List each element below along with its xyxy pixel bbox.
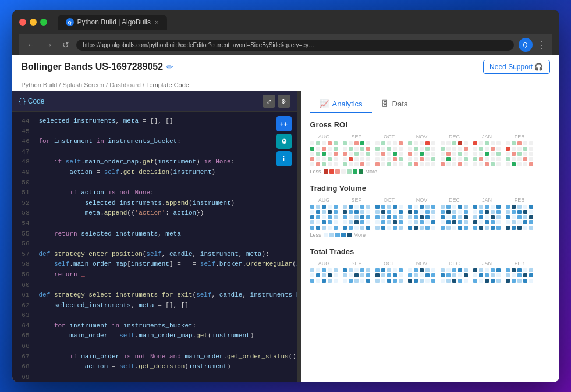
breadcrumb-python-build[interactable]: Python Build <box>22 81 58 88</box>
total-trades-heatmap: AUG SEP <box>310 261 550 283</box>
header-left: Bollinger Bands US-1697289052 ✏ <box>22 62 174 72</box>
month-oct-vol: OCT <box>375 197 403 230</box>
analytics-content[interactable]: Gross ROI AUG <box>301 113 559 382</box>
roi-legend-cells <box>324 169 363 174</box>
gross-roi-title: Gross ROI <box>310 120 550 129</box>
vol-legend-cells <box>324 233 352 237</box>
forward-button[interactable]: → <box>42 39 55 51</box>
month-feb-vol: FEB <box>506 197 534 230</box>
tab-analytics[interactable]: 📈 Analytics <box>310 96 372 113</box>
code-panel: { } Code ⤢ ⚙ 4445464748 4950515253 54555… <box>12 91 297 382</box>
breadcrumb-dashboard[interactable]: Dashboard <box>109 81 141 88</box>
code-tab-label: Code <box>28 97 45 105</box>
tab-data[interactable]: 🗄 Data <box>372 96 417 113</box>
vol-legend-less: Less <box>310 232 321 238</box>
code-tab[interactable]: { } Code <box>19 97 45 105</box>
maximize-button[interactable] <box>40 19 47 26</box>
gross-roi-heatmap: AUG SEP <box>310 134 550 166</box>
traffic-lights <box>19 19 47 26</box>
page-title: Bollinger Bands US-1697289052 <box>22 62 164 72</box>
code-actions: ⤢ ⚙ <box>263 95 290 108</box>
app-container: Bollinger Bands US-1697289052 ✏ Need Sup… <box>12 55 559 382</box>
edit-icon[interactable]: ✏ <box>166 62 173 72</box>
app-header: Bollinger Bands US-1697289052 ✏ Need Sup… <box>12 55 559 79</box>
total-trades-section: Total Trades AUG <box>310 247 550 283</box>
add-code-button[interactable]: ++ <box>276 116 292 131</box>
url-text: https://app.algobulls.com/pythonbuild/co… <box>83 42 316 48</box>
analytics-tabs: 📈 Analytics 🗄 Data <box>301 91 559 113</box>
trading-volume-section: Trading Volume AUG <box>310 184 550 238</box>
need-support-button[interactable]: Need Support 🎧 <box>483 60 549 74</box>
url-bar[interactable]: https://app.algobulls.com/pythonbuild/co… <box>76 40 514 51</box>
breadcrumb-current: Template Code <box>146 81 189 88</box>
legend-less-label: Less <box>310 169 321 174</box>
month-nov-roi: NOV <box>408 134 436 166</box>
code-content[interactable]: selected_instruments, meta = [], [] for … <box>33 112 297 382</box>
info-code-button[interactable]: i <box>276 151 292 166</box>
breadcrumb-splash-screen[interactable]: Splash Screen <box>62 81 104 88</box>
expand-button[interactable]: ⤢ <box>263 95 275 108</box>
browser-titlebar: Q Python Build | AlgoBulls ✕ <box>19 15 552 30</box>
close-button[interactable] <box>19 19 26 26</box>
month-aug-roi: AUG <box>310 134 338 166</box>
gross-roi-section: Gross ROI AUG <box>310 120 550 174</box>
tab-title: Python Build | AlgoBulls <box>77 18 151 26</box>
month-nov-trades: NOV <box>408 261 436 283</box>
settings-code-button[interactable]: ⚙ <box>276 134 292 149</box>
browser-toolbar: ← → ↺ https://app.algobulls.com/pythonbu… <box>19 34 552 55</box>
month-jan-trades: JAN <box>473 261 501 283</box>
month-sep-trades: SEP <box>343 261 371 283</box>
trading-volume-legend: Less More <box>310 232 550 238</box>
reload-button[interactable]: ↺ <box>60 39 72 51</box>
month-dec-trades: DEC <box>441 261 469 283</box>
code-panel-header: { } Code ⤢ ⚙ <box>12 91 297 112</box>
data-tab-icon: 🗄 <box>381 99 389 108</box>
analytics-tab-icon: 📈 <box>320 99 329 108</box>
month-nov-vol: NOV <box>408 197 436 230</box>
main-layout: { } Code ⤢ ⚙ 4445464748 4950515253 54555… <box>12 91 559 382</box>
legend-more-label: More <box>366 169 378 174</box>
vol-legend-more: More <box>354 232 366 238</box>
month-feb-trades: FEB <box>506 261 534 283</box>
minimize-button[interactable] <box>30 19 37 26</box>
analytics-panel: 📈 Analytics 🗄 Data Gross ROI <box>301 91 559 382</box>
month-jan-roi: JAN <box>473 134 501 166</box>
month-jan-vol: JAN <box>473 197 501 230</box>
code-tab-icon: { } <box>19 97 26 105</box>
tab-close-icon[interactable]: ✕ <box>154 19 159 26</box>
month-feb-roi: FEB <box>506 134 534 166</box>
back-button[interactable]: ← <box>25 39 38 51</box>
month-sep-vol: SEP <box>343 197 371 230</box>
total-trades-title: Total Trades <box>310 247 550 256</box>
month-aug-trades: AUG <box>310 261 338 283</box>
month-aug-vol: AUG <box>310 197 338 230</box>
month-oct-trades: OCT <box>375 261 403 283</box>
data-tab-label: Data <box>392 99 408 108</box>
browser-menu-button[interactable]: ⋮ <box>537 40 547 51</box>
trading-volume-title: Trading Volume <box>310 184 550 193</box>
trading-volume-heatmap: AUG SEP <box>310 197 550 230</box>
analytics-tab-label: Analytics <box>332 99 363 108</box>
floating-buttons: ++ ⚙ i <box>276 116 292 166</box>
tab-favicon: Q <box>66 18 74 26</box>
month-oct-roi: OCT <box>375 134 403 166</box>
user-avatar: Q <box>519 38 533 52</box>
gross-roi-legend: Less More <box>310 169 550 174</box>
month-dec-roi: DEC <box>441 134 469 166</box>
breadcrumb: Python Build / Splash Screen / Dashboard… <box>12 79 559 91</box>
month-dec-vol: DEC <box>441 197 469 230</box>
browser-chrome: Q Python Build | AlgoBulls ✕ ← → ↺ https… <box>12 10 559 55</box>
code-editor: 4445464748 4950515253 5455565758 5960616… <box>12 112 297 382</box>
settings-button[interactable]: ⚙ <box>278 95 290 108</box>
line-numbers: 4445464748 4950515253 5455565758 5960616… <box>12 112 33 382</box>
browser-window: Q Python Build | AlgoBulls ✕ ← → ↺ https… <box>12 10 559 382</box>
month-sep-roi: SEP <box>343 134 371 166</box>
browser-tab[interactable]: Q Python Build | AlgoBulls ✕ <box>58 15 168 30</box>
